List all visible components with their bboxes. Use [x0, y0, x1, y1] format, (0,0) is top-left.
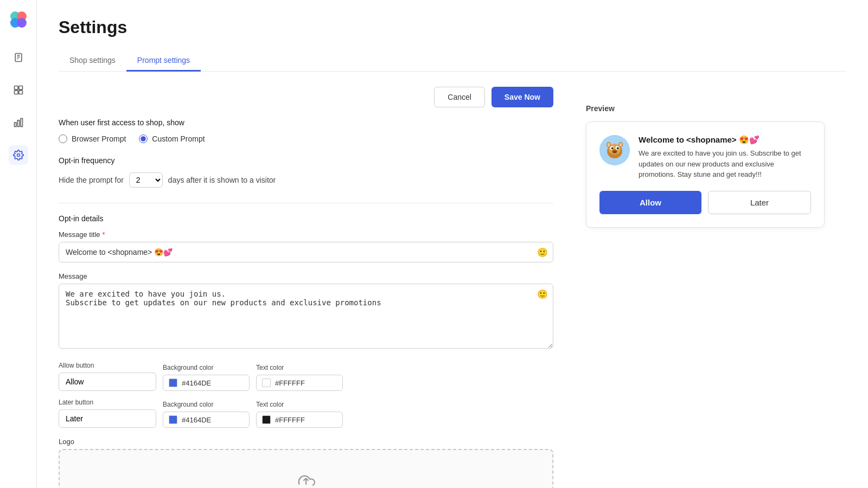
prompt-type-radio-group: Browser Prompt Custom Prompt [59, 134, 553, 143]
svg-point-3 [17, 18, 27, 28]
tab-shop-settings[interactable]: Shop settings [59, 50, 126, 72]
preview-card-inner: Welcome to <shopname> 😍💕 We are excited … [599, 135, 811, 180]
later-bg-swatch [169, 415, 177, 424]
svg-rect-10 [14, 91, 18, 94]
svg-point-24 [612, 151, 617, 153]
svg-point-27 [608, 143, 610, 147]
sidebar [0, 0, 37, 488]
allow-text-color-value: #FFFFFF [275, 379, 305, 387]
browser-prompt-label: Browser Prompt [72, 134, 126, 143]
svg-rect-12 [14, 123, 16, 127]
page-title: Settings [59, 17, 846, 37]
allow-bg-color-value: #4164DE [182, 379, 211, 387]
message-title-input[interactable] [59, 242, 553, 262]
svg-rect-14 [21, 119, 22, 127]
svg-point-21 [611, 147, 614, 150]
allow-btn-col: Allow button [59, 362, 156, 391]
browser-prompt-option[interactable]: Browser Prompt [59, 134, 126, 143]
preview-card: Welcome to <shopname> 😍💕 We are excited … [586, 121, 825, 228]
hide-prompt-label: Hide the prompt for [59, 176, 124, 184]
logo-upload-box[interactable]: Drop files here [59, 449, 553, 488]
message-title-field-label: Message title * [59, 230, 553, 239]
later-btn-col: Later button [59, 399, 156, 428]
custom-prompt-radio[interactable] [139, 134, 148, 143]
svg-rect-13 [17, 120, 19, 127]
settings-nav-icon[interactable] [9, 145, 28, 165]
svg-point-28 [620, 143, 622, 147]
message-wrap: 🙂 [59, 284, 553, 351]
preview-text-block: Welcome to <shopname> 😍💕 We are excited … [639, 135, 811, 180]
logo-section: Logo Drop files here [59, 438, 553, 488]
tab-prompt-settings[interactable]: Prompt settings [126, 50, 201, 72]
logo-label: Logo [59, 438, 553, 446]
allow-bg-col: Background color #4164DE [163, 364, 250, 391]
preview-avatar [599, 135, 630, 165]
allow-button-label: Allow button [59, 362, 156, 369]
allow-text-color-input[interactable]: #FFFFFF [256, 375, 343, 391]
svg-rect-11 [18, 91, 22, 94]
main-content: Settings Shop settings Prompt settings C… [37, 0, 868, 488]
custom-prompt-option[interactable]: Custom Prompt [139, 134, 205, 143]
opt-in-details-section: Opt-in details Message title * 🙂 Message… [59, 214, 553, 351]
preview-panel: Preview [564, 87, 846, 488]
later-text-color-value: #FFFFFF [275, 416, 305, 424]
opt-in-frequency-label: Opt-in frequency [59, 156, 553, 165]
svg-point-15 [17, 154, 20, 157]
later-button-label: Later button [59, 399, 156, 406]
frequency-select[interactable]: 2 3 5 7 [129, 172, 163, 188]
document-nav-icon[interactable] [9, 48, 28, 67]
opt-in-details-label: Opt-in details [59, 214, 553, 223]
allow-bg-color-label: Background color [163, 364, 250, 371]
when-show-label: When user first access to shop, show [59, 118, 553, 127]
cancel-button[interactable]: Cancel [434, 87, 485, 107]
allow-button-settings: Allow button Background color #4164DE Te… [59, 362, 553, 428]
frequency-row: Hide the prompt for 2 3 5 7 days after i… [59, 172, 553, 188]
preview-buttons: Allow Later [599, 191, 811, 214]
message-title-emoji-button[interactable]: 🙂 [537, 247, 548, 258]
allow-text-swatch [262, 378, 271, 387]
preview-title: Welcome to <shopname> 😍💕 [639, 135, 811, 145]
svg-rect-9 [18, 86, 22, 90]
later-text-color-input[interactable]: #FFFFFF [256, 412, 343, 428]
preview-message: We are excited to have you join us. Subs… [639, 148, 811, 180]
opt-in-frequency-section: Opt-in frequency Hide the prompt for 2 3… [59, 156, 553, 188]
later-text-swatch [262, 415, 271, 424]
preview-later-button[interactable]: Later [708, 191, 811, 214]
preview-allow-button[interactable]: Allow [599, 191, 701, 214]
logo [8, 9, 29, 30]
svg-point-22 [617, 147, 619, 150]
custom-prompt-label: Custom Prompt [152, 134, 205, 143]
later-bg-col: Background color #4164DE [163, 401, 250, 428]
browser-prompt-radio[interactable] [59, 134, 67, 143]
content-layout: Cancel Save Now When user first access t… [59, 87, 846, 488]
later-btn-row: Later button Background color #4164DE Te… [59, 399, 553, 428]
allow-bg-swatch [169, 378, 177, 387]
allow-btn-row: Allow button Background color #4164DE Te… [59, 362, 553, 391]
svg-rect-8 [14, 86, 18, 90]
days-label: days after it is shown to a visitor [168, 176, 276, 184]
message-textarea[interactable] [59, 284, 553, 349]
tabs-bar: Shop settings Prompt settings [59, 50, 846, 72]
required-star: * [103, 230, 105, 239]
form-section: Cancel Save Now When user first access t… [59, 87, 564, 488]
preview-label: Preview [586, 104, 825, 113]
allow-text-color-label: Text color [256, 364, 343, 371]
allow-text-col: Text color #FFFFFF [256, 364, 343, 391]
allow-bg-color-input[interactable]: #4164DE [163, 375, 250, 391]
allow-button-text-input[interactable] [59, 373, 156, 391]
chart-nav-icon[interactable] [9, 113, 28, 132]
grid-nav-icon[interactable] [9, 80, 28, 100]
later-bg-color-input[interactable]: #4164DE [163, 412, 250, 428]
message-emoji-button[interactable]: 🙂 [537, 289, 548, 299]
upload-icon [296, 472, 316, 488]
later-bg-color-label: Background color [163, 401, 250, 408]
save-button[interactable]: Save Now [492, 87, 553, 107]
later-button-text-input[interactable] [59, 409, 156, 428]
later-text-col: Text color #FFFFFF [256, 401, 343, 428]
message-field-label: Message [59, 272, 553, 280]
later-text-color-label: Text color [256, 401, 343, 408]
message-title-wrap: 🙂 [59, 242, 553, 262]
later-bg-color-value: #4164DE [182, 416, 211, 424]
